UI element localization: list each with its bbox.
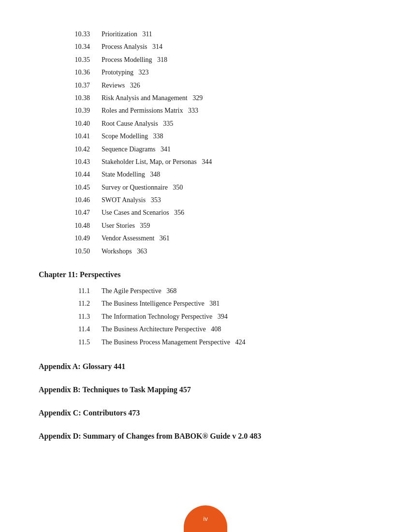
- toc-entry: 11.1 The Agile Perspective 368: [39, 286, 372, 296]
- toc-entry-title: Sequence Diagrams 341: [102, 144, 372, 155]
- toc-entry-number: 11.3: [39, 311, 102, 322]
- toc-entry: 10.47 Use Cases and Scenarios 356: [39, 207, 372, 218]
- toc-entry-number: 10.43: [39, 157, 102, 167]
- toc-entry: 10.42 Sequence Diagrams 341: [39, 144, 372, 155]
- toc-entry-title: Process Analysis 314: [102, 42, 372, 52]
- chapter-11-heading: Chapter 11: Perspectives: [39, 270, 372, 279]
- toc-entry: 10.39 Roles and Permissions Matrix 333: [39, 105, 372, 116]
- toc-entry-number: 10.47: [39, 207, 102, 218]
- appendix-heading: Appendix A: Glossary 441: [39, 362, 372, 371]
- toc-entry-title: Roles and Permissions Matrix 333: [102, 105, 372, 116]
- toc-entry-number: 10.36: [39, 67, 102, 78]
- toc-entry: 10.40 Root Cause Analysis 335: [39, 118, 372, 129]
- toc-entry-title: Stakeholder List, Map, or Personas 344: [102, 157, 372, 167]
- toc-entry-title: State Modelling 348: [102, 169, 372, 180]
- toc-entry-title: The Information Technology Perspective 3…: [102, 311, 372, 322]
- toc-entry-title: Scope Modelling 338: [102, 131, 372, 142]
- toc-entry: 11.5 The Business Process Management Per…: [39, 337, 372, 348]
- toc-entry-number: 10.44: [39, 169, 102, 180]
- toc-entry-number: 10.38: [39, 93, 102, 103]
- appendix-heading: Appendix B: Techniques to Task Mapping 4…: [39, 385, 372, 394]
- toc-entry-number: 11.2: [39, 298, 102, 309]
- toc-entry-number: 10.49: [39, 233, 102, 244]
- toc-entry: 11.3 The Information Technology Perspect…: [39, 311, 372, 322]
- toc-entry-title: User Stories 359: [102, 221, 372, 231]
- toc-entry-number: 11.5: [39, 337, 102, 348]
- toc-entry-title: The Agile Perspective 368: [102, 286, 372, 296]
- toc-entry: 10.46 SWOT Analysis 353: [39, 195, 372, 206]
- toc-entry-title: Use Cases and Scenarios 356: [102, 207, 372, 218]
- toc-entry: 10.44 State Modelling 348: [39, 169, 372, 180]
- toc-entry: 10.35 Process Modelling 318: [39, 55, 372, 65]
- toc-entry: 10.36 Prototyping 323: [39, 67, 372, 78]
- toc-entry: 10.45 Survey or Questionnaire 350: [39, 182, 372, 193]
- toc-entry: 10.38 Risk Analysis and Management 329: [39, 93, 372, 103]
- toc-entry-title: The Business Intelligence Perspective 38…: [102, 298, 372, 309]
- toc-entry: 10.43 Stakeholder List, Map, or Personas…: [39, 157, 372, 167]
- toc-entry-number: 10.45: [39, 182, 102, 193]
- toc-entry-title: Prioritization 311: [102, 29, 372, 40]
- toc-entry-number: 10.39: [39, 105, 102, 116]
- toc-entry-number: 11.4: [39, 324, 102, 335]
- appendix-heading: Appendix C: Contributors 473: [39, 409, 372, 417]
- toc-entry-number: 10.37: [39, 80, 102, 91]
- toc-entry-number: 10.50: [39, 246, 102, 257]
- toc-entry: 10.34 Process Analysis 314: [39, 42, 372, 52]
- toc-entry-number: 10.42: [39, 144, 102, 155]
- toc-entry-title: Vendor Assessment 361: [102, 233, 372, 244]
- toc-entry: 11.4 The Business Architecture Perspecti…: [39, 324, 372, 335]
- toc-entry-title: The Business Architecture Perspective 40…: [102, 324, 372, 335]
- toc-entry-number: 10.40: [39, 118, 102, 129]
- page-number: iv: [203, 515, 207, 522]
- toc-entry-number: 11.1: [39, 286, 102, 296]
- toc-entry-title: Process Modelling 318: [102, 55, 372, 65]
- toc-entry: 11.2 The Business Intelligence Perspecti…: [39, 298, 372, 309]
- toc-entry-title: The Business Process Management Perspect…: [102, 337, 372, 348]
- toc-entry-title: Workshops 363: [102, 246, 372, 257]
- toc-entry-title: Risk Analysis and Management 329: [102, 93, 372, 103]
- toc-entry: 10.50 Workshops 363: [39, 246, 372, 257]
- toc-entry-number: 10.46: [39, 195, 102, 206]
- toc-entry-title: Root Cause Analysis 335: [102, 118, 372, 129]
- toc-entry-title: Reviews 326: [102, 80, 372, 91]
- toc-entry-number: 10.41: [39, 131, 102, 142]
- toc-section-10: 10.33 Prioritization 311 10.34 Process A…: [39, 29, 372, 257]
- appendices-section: Appendix A: Glossary 441Appendix B: Tech…: [39, 362, 372, 441]
- toc-entry: 10.37 Reviews 326: [39, 80, 372, 91]
- toc-entry-number: 10.35: [39, 55, 102, 65]
- toc-entry: 10.33 Prioritization 311: [39, 29, 372, 40]
- toc-entry: 10.48 User Stories 359: [39, 221, 372, 231]
- toc-entry-number: 10.48: [39, 221, 102, 231]
- toc-entry-title: SWOT Analysis 353: [102, 195, 372, 206]
- page-number-badge: iv: [184, 505, 227, 532]
- page: 10.33 Prioritization 311 10.34 Process A…: [0, 0, 411, 532]
- toc-section-11: 11.1 The Agile Perspective 368 11.2 The …: [39, 286, 372, 348]
- appendix-heading: Appendix D: Summary of Changes from BABO…: [39, 432, 372, 441]
- toc-entry: 10.41 Scope Modelling 338: [39, 131, 372, 142]
- toc-entry-title: Prototyping 323: [102, 67, 372, 78]
- toc-entry-title: Survey or Questionnaire 350: [102, 182, 372, 193]
- toc-entry: 10.49 Vendor Assessment 361: [39, 233, 372, 244]
- toc-entry-number: 10.34: [39, 42, 102, 52]
- toc-entry-number: 10.33: [39, 29, 102, 40]
